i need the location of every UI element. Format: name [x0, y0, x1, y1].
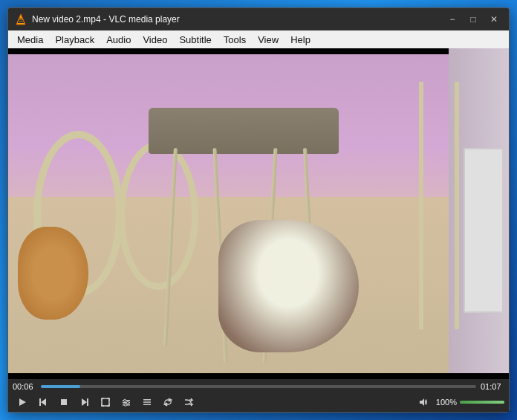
menu-view[interactable]: View: [252, 33, 284, 47]
svg-rect-10: [102, 398, 109, 406]
svg-point-14: [124, 399, 126, 401]
minimize-button[interactable]: −: [443, 13, 461, 26]
prev-icon: [38, 397, 48, 407]
prev-button[interactable]: [33, 394, 53, 410]
progress-track[interactable]: [41, 385, 476, 388]
table-top: [149, 108, 339, 154]
extended-button[interactable]: [117, 394, 136, 410]
next-icon: [79, 397, 90, 407]
playlist-icon: [142, 397, 152, 407]
svg-rect-1: [18, 22, 24, 23]
loop-icon: [163, 397, 173, 407]
menu-subtitle[interactable]: Subtitle: [173, 33, 217, 47]
volume-icon: [418, 397, 429, 407]
buttons-row: 100%: [13, 394, 504, 410]
letterbox-bottom: [8, 373, 509, 379]
menu-help[interactable]: Help: [284, 33, 316, 47]
svg-rect-17: [143, 399, 151, 401]
volume-area: 100%: [414, 394, 504, 410]
volume-fill: [460, 401, 504, 404]
play-button[interactable]: [13, 394, 32, 410]
volume-button[interactable]: [414, 394, 433, 410]
menu-media[interactable]: Media: [11, 33, 49, 47]
volume-track[interactable]: [460, 401, 504, 404]
menu-bar: Media Playback Audio Video Subtitle Tool…: [8, 30, 509, 48]
vlc-icon: [14, 13, 27, 26]
window-controls: − □ ✕: [443, 13, 503, 26]
back-chair: [419, 82, 459, 330]
time-total: 01:07: [481, 382, 504, 391]
title-bar: New video 2.mp4 - VLC media player − □ ✕: [8, 8, 509, 30]
stop-icon: [59, 397, 69, 407]
menu-audio[interactable]: Audio: [100, 33, 137, 47]
loop-button[interactable]: [158, 394, 178, 410]
maximize-button[interactable]: □: [464, 13, 482, 26]
svg-rect-6: [39, 398, 41, 406]
svg-rect-7: [61, 399, 67, 405]
svg-point-15: [127, 401, 129, 404]
svg-point-16: [125, 404, 127, 406]
stop-button[interactable]: [54, 394, 74, 410]
cabinet: [464, 148, 504, 314]
volume-label: 100%: [436, 398, 457, 407]
svg-rect-9: [87, 398, 88, 406]
play-icon: [17, 397, 27, 407]
random-button[interactable]: [179, 394, 198, 410]
fullscreen-button[interactable]: [96, 394, 115, 410]
video-scene: [8, 48, 509, 379]
svg-rect-2: [19, 20, 23, 22]
controls-bar: 00:06 01:07: [8, 379, 509, 412]
progress-fill: [41, 385, 80, 388]
chair-circle-right: [118, 141, 198, 290]
window-title: New video 2.mp4 - VLC media player: [32, 14, 443, 25]
random-icon: [183, 397, 194, 407]
svg-rect-19: [143, 404, 151, 406]
svg-marker-4: [19, 398, 26, 406]
menu-playback[interactable]: Playback: [49, 33, 100, 47]
svg-rect-3: [19, 19, 22, 20]
video-area: [8, 48, 509, 379]
svg-marker-20: [420, 398, 424, 406]
letterbox-top: [8, 48, 509, 54]
vlc-window: New video 2.mp4 - VLC media player − □ ✕…: [7, 7, 510, 413]
extended-icon: [121, 397, 131, 407]
dog-small: [18, 227, 88, 320]
next-button[interactable]: [75, 394, 94, 410]
playlist-button[interactable]: [137, 394, 157, 410]
svg-marker-8: [82, 398, 87, 406]
close-button[interactable]: ✕: [485, 13, 503, 26]
menu-tools[interactable]: Tools: [218, 33, 252, 47]
svg-rect-18: [143, 401, 151, 403]
fullscreen-icon: [100, 397, 111, 407]
dog-large: [218, 220, 359, 352]
menu-video[interactable]: Video: [137, 33, 173, 47]
svg-marker-5: [41, 398, 46, 406]
time-current: 00:06: [13, 382, 36, 391]
progress-row: 00:06 01:07: [13, 382, 504, 391]
